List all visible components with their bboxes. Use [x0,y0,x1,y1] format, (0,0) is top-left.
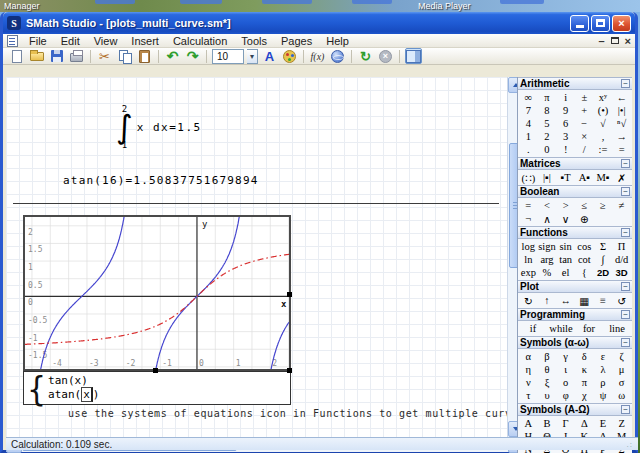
collapse-icon[interactable]: − [621,282,630,291]
not-button[interactable]: ¬ [519,212,538,225]
palette-button[interactable]: τ [519,389,538,402]
paste-button[interactable] [136,48,153,64]
or-button[interactable]: ∨ [556,212,575,225]
palette-button[interactable]: ο [556,376,575,389]
palette-button[interactable]: υ [538,389,557,402]
save-button[interactable] [48,48,65,64]
palette-button[interactable]: cos [575,240,594,253]
not-equal-button[interactable]: ≠ [612,199,631,212]
summation-button[interactable]: Σ [594,240,613,253]
palette-button[interactable]: Δ [575,417,594,430]
absolute-value-button[interactable]: |•| [612,104,631,117]
color-button[interactable] [281,48,298,64]
factorial-button[interactable]: ! [556,143,575,156]
palette-button[interactable]: Ε [594,417,613,430]
plot-equations-box[interactable]: { tan(x) atan(x) [23,371,291,405]
palette-button[interactable]: arg [538,253,557,266]
collapse-icon[interactable]: − [621,159,630,168]
collapse-icon[interactable]: − [621,187,630,196]
palette-button[interactable]: φ [556,389,575,402]
algebraic-addition-button[interactable]: A▪ [575,171,594,184]
palette-button[interactable]: 0 [538,143,557,156]
decimal-point-button[interactable]: . [519,143,538,156]
cut-button[interactable]: ✂ [96,48,113,64]
move-button[interactable]: ↔ [556,294,575,307]
derivative-button[interactable]: d/d [612,253,631,266]
palette-button[interactable]: γ [556,350,575,363]
palette-button[interactable]: if [519,322,547,335]
palette-button[interactable]: σ [612,376,631,389]
palette-button[interactable]: while [547,322,575,335]
mdi-close-button[interactable]: × [625,35,631,47]
palette-button[interactable]: ε [594,350,613,363]
integral-button[interactable]: ∫ [594,253,613,266]
percent-button[interactable]: % [538,266,557,279]
minor-button[interactable]: M▪ [594,171,613,184]
legend-line-tan[interactable]: tan(x) [48,374,99,388]
palette-button[interactable]: ι [556,363,575,376]
result-arrow-button[interactable]: → [612,130,631,143]
plot-3d-button[interactable]: 3D [612,266,631,279]
open-button[interactable] [28,48,45,64]
integral-expression[interactable]: 2 ∫ 1 x dx=1.5 [116,105,202,150]
power-button[interactable]: xʸ [594,91,613,104]
menu-help[interactable]: Help [319,35,356,47]
title-bar[interactable]: S SMath Studio - [plots_multi_curve.sm*]… [3,12,635,34]
palette-button[interactable]: β [538,350,557,363]
imaginary-unit-button[interactable]: i [556,91,575,104]
palette-button[interactable]: Ζ [612,417,631,430]
worksheet-canvas[interactable]: 2 ∫ 1 x dx=1.5 atan(16)=1.50837751679894… [6,77,507,437]
section-header-symbols-[interactable]: Symbols (α-ω)− [518,336,632,349]
infinity-button[interactable]: ∞ [519,91,538,104]
palette-button[interactable]: 5 [538,117,557,130]
palette-button[interactable]: 7 [519,104,538,117]
palette-button[interactable]: θ [538,363,557,376]
plot-region[interactable]: -4-3-2-101221.510.50-0.5-1-1.5yx [23,215,291,371]
determinant-button[interactable]: |▪| [538,171,557,184]
menu-file[interactable]: File [22,35,54,47]
legend-line-atan[interactable]: atan(x) [48,388,99,402]
palette-button[interactable]: Α [519,417,538,430]
desktop-label-media-player[interactable]: Media Player [418,1,471,11]
transpose-button[interactable]: ▪T [556,171,575,184]
palette-button[interactable]: 9 [556,104,575,117]
menu-tools[interactable]: Tools [234,35,274,47]
palette-button[interactable]: line [603,322,631,335]
font-button[interactable]: A [261,48,278,64]
redo-button[interactable]: ↷ [184,48,201,64]
scale-button[interactable]: ↑ [538,294,557,307]
palette-button[interactable]: exp [519,266,538,279]
menu-calculation[interactable]: Calculation [166,35,234,47]
divide-button[interactable]: / [575,143,594,156]
font-size-input[interactable]: 10 [212,49,244,64]
section-header-symbols-[interactable]: Symbols (Α-Ω)− [518,403,632,416]
menu-insert[interactable]: Insert [124,35,166,47]
evaluate-button[interactable]: = [612,143,631,156]
atan-expression[interactable]: atan(16)=1.50837751679894 [63,174,259,187]
resize-handle-bottom[interactable] [153,368,158,373]
backspace-button[interactable]: ← [612,91,631,104]
section-header-programming[interactable]: Programming− [518,308,632,321]
square-root-button[interactable]: √ [594,117,613,130]
parentheses-button[interactable]: (•) [594,104,613,117]
palette-button[interactable]: δ [575,350,594,363]
greater-equal-button[interactable]: ≥ [594,199,613,212]
nth-root-button[interactable]: ⁿ√ [612,117,631,130]
palette-button[interactable]: Γ [556,417,575,430]
resize-handle-corner[interactable] [287,368,292,373]
palette-button[interactable]: tan [556,253,575,266]
and-button[interactable]: ∧ [538,212,557,225]
palette-button[interactable]: el [556,266,575,279]
collapse-icon[interactable]: − [621,405,630,414]
close-button[interactable]: × [612,15,631,32]
palette-button[interactable]: for [575,322,603,335]
palette-button[interactable]: sin [556,240,575,253]
plot-2d-button[interactable]: 2D [594,266,613,279]
palette-button[interactable]: λ [594,363,613,376]
matrix-button[interactable]: (∷) [519,171,538,184]
palette-button[interactable]: α [519,350,538,363]
section-header-plot[interactable]: Plot− [518,280,632,293]
collapse-icon[interactable]: − [621,310,630,319]
palette-button[interactable]: 6 [556,117,575,130]
side-panel-toggle-button[interactable] [405,48,422,64]
